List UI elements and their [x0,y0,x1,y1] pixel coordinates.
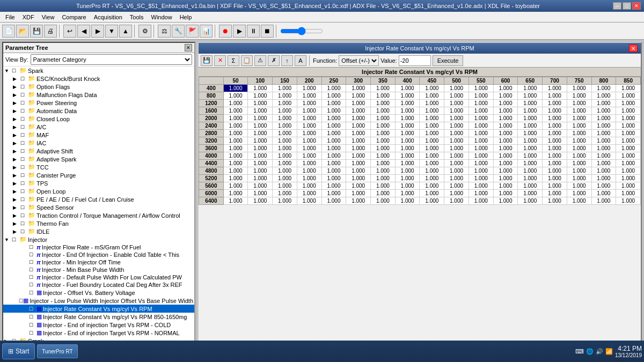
table-tool2-btn[interactable]: ✗ [268,55,280,66]
table-cell[interactable]: 1.000 [469,115,493,122]
table-cell[interactable]: 1.000 [420,182,444,190]
table-cell[interactable]: 1.000 [297,190,321,197]
settings-btn[interactable]: 🔧 [172,25,185,38]
table-cell[interactable]: 1.000 [444,190,469,197]
table-cell[interactable]: 1.000 [567,197,591,205]
tree-expand-icon[interactable]: ▶ [13,141,20,146]
table-cell[interactable]: 1.000 [297,115,321,122]
table-cell[interactable]: 1.000 [567,92,591,100]
table-cell[interactable]: 1.000 [444,167,469,175]
tree-item[interactable]: ▼☐📁Spark [3,67,194,75]
table-cell[interactable]: 1.000 [518,92,543,100]
table-cell[interactable]: 1.000 [493,100,518,107]
table-cell[interactable]: 1.000 [297,85,321,92]
table-cell[interactable]: 1.000 [616,85,641,92]
table-cell[interactable]: 1.000 [518,190,543,197]
table-cell[interactable]: 1.000 [223,167,248,175]
table-cell[interactable]: 1.000 [346,182,371,190]
table-cell[interactable]: 1.000 [518,137,543,145]
table-cell[interactable]: 1.000 [297,145,321,152]
table-cell[interactable]: 1.000 [469,182,493,190]
table-cell[interactable]: 1.000 [493,197,518,205]
tree-item[interactable]: ▶☐📁TCC [3,163,194,171]
table-cell[interactable]: 1.000 [346,100,371,107]
table-cell[interactable]: 1.000 [616,197,641,205]
table-cell[interactable]: 1.000 [469,175,493,182]
chart-btn[interactable]: 📊 [200,25,213,38]
table-cell[interactable]: 1.000 [273,175,297,182]
table-cell[interactable]: 1.000 [543,85,567,92]
table-cell[interactable]: 1.000 [223,152,248,160]
table-cell[interactable]: 1.000 [543,152,567,160]
table-cell[interactable]: 1.000 [420,167,444,175]
table-cell[interactable]: 1.000 [493,107,518,115]
table-cell[interactable]: 1.000 [420,197,444,205]
table-cell[interactable]: 1.000 [567,145,591,152]
table-cell[interactable]: 1.000 [518,160,543,167]
table-cell[interactable]: 1.000 [493,160,518,167]
table-cell[interactable]: 1.000 [444,137,469,145]
tree-item[interactable]: ▶☐📁Adaptive Shift [3,147,194,155]
table-cell[interactable]: 1.000 [346,130,371,137]
rec-btn[interactable]: ⏺ [219,25,232,38]
table-cell[interactable]: 1.000 [444,145,469,152]
table-cell[interactable]: 1.000 [346,175,371,182]
table-cell[interactable]: 1.000 [543,160,567,167]
tree-expand-icon[interactable]: ▶ [13,76,20,82]
table-cell[interactable]: 1.000 [444,107,469,115]
table-cell[interactable]: 1.000 [248,167,273,175]
table-cell[interactable]: 1.000 [518,175,543,182]
table-cell[interactable]: 1.000 [616,190,641,197]
table-cell[interactable]: 1.000 [248,152,273,160]
menu-window[interactable]: Window [148,13,175,21]
execute-btn[interactable]: Execute [433,55,464,66]
table-cell[interactable]: 1.000 [321,152,346,160]
table-cell[interactable]: 1.000 [518,145,543,152]
table-cell[interactable]: 1.000 [297,182,321,190]
table-cell[interactable]: 1.000 [395,92,420,100]
value-input[interactable] [399,55,431,66]
table-cell[interactable]: 1.000 [567,137,591,145]
table-cell[interactable]: 1.000 [469,130,493,137]
table-cell[interactable]: 1.000 [273,137,297,145]
table-cell[interactable]: 1.000 [395,130,420,137]
table-cell[interactable]: 1.000 [591,160,616,167]
table-copy-btn[interactable]: Σ [228,55,239,66]
table-cell[interactable]: 1.000 [273,130,297,137]
table-cell[interactable]: 1.000 [591,167,616,175]
table-cell[interactable]: 1.000 [321,182,346,190]
table-cell[interactable]: 1.000 [321,85,346,92]
undo-btn[interactable]: ↩ [63,25,76,38]
table-cell[interactable]: 1.000 [273,122,297,130]
table-cell[interactable]: 1.000 [493,145,518,152]
table-cell[interactable]: 1.000 [248,122,273,130]
tree-expand-icon[interactable]: ▶ [13,157,20,162]
table-cell[interactable]: 1.000 [395,107,420,115]
table-tool4-btn[interactable]: A [295,55,306,66]
tool1-btn[interactable]: ⚙ [138,25,151,38]
table-cell[interactable]: 1.000 [273,107,297,115]
table-cell[interactable]: 1.000 [248,175,273,182]
table-cell[interactable]: 1.000 [321,167,346,175]
table-tool3-btn[interactable]: ↑ [281,55,293,66]
table-cell[interactable]: 1.000 [493,85,518,92]
table-cell[interactable]: 1.000 [273,115,297,122]
compare-btn[interactable]: ⚖ [158,25,171,38]
table-cell[interactable]: 1.000 [321,190,346,197]
table-cell[interactable]: 1.000 [420,92,444,100]
table-cell[interactable]: 1.000 [321,175,346,182]
tree-item[interactable]: ☐πInjector - End Of Injection - Enable C… [3,251,194,258]
table-cell[interactable]: 1.000 [223,122,248,130]
table-cell[interactable]: 1.000 [297,160,321,167]
tree-item[interactable]: ▶☐📁Open Loop [3,187,194,195]
table-cancel-btn[interactable]: ✕ [214,55,226,66]
flag-btn[interactable]: 🚩 [186,25,199,38]
table-cell[interactable]: 1.000 [493,167,518,175]
table-cell[interactable]: 1.000 [395,137,420,145]
table-cell[interactable]: 1.000 [444,115,469,122]
table-cell[interactable]: 1.000 [371,197,396,205]
table-cell[interactable]: 1.000 [420,190,444,197]
menu-view[interactable]: View [39,13,58,21]
tree-expand-icon[interactable]: ▶ [13,84,20,90]
table-cell[interactable]: 1.000 [543,167,567,175]
